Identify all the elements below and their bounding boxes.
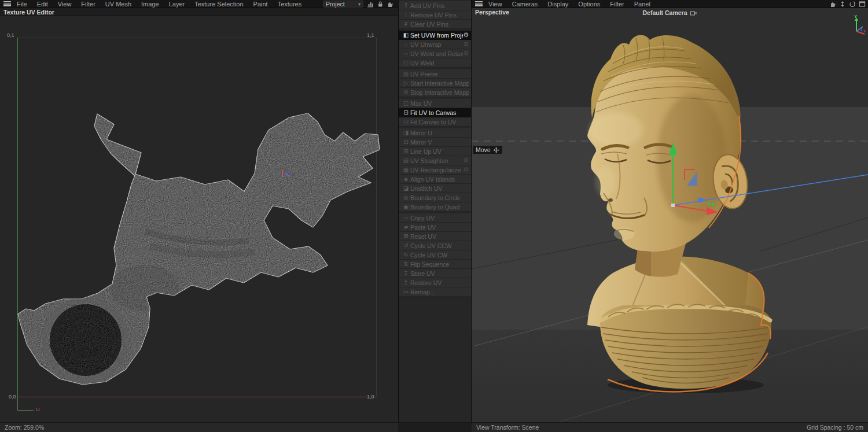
axis-z-label: z <box>860 27 863 31</box>
cmd-unstitch-uv[interactable]: ◪Unstitch UV <box>399 184 471 193</box>
menu-filter[interactable]: Filter <box>610 1 624 8</box>
gizmo-origin[interactable] <box>671 204 675 207</box>
settings-gear-icon[interactable]: ⚙ <box>463 50 469 57</box>
unstitch-icon: ◪ <box>402 185 410 191</box>
menu-cameras[interactable]: Cameras <box>512 1 538 8</box>
cmd-uv-weld[interactable]: ◫UV Weld <box>399 58 471 68</box>
menu-filter[interactable]: Filter <box>81 1 95 8</box>
cmd-copy-uv[interactable]: ▱Copy UV <box>399 213 471 223</box>
uv-command-list: ⊺Add UV Pins⊺Remove UV Pins✗Clear UV Pin… <box>399 0 471 297</box>
cmd-restore-uv[interactable]: ↥Restore UV <box>399 278 471 287</box>
uv-editor-title: Texture UV Editor <box>3 9 54 16</box>
menu-paint[interactable]: Paint <box>253 1 268 8</box>
pin-remove-icon: ⊺ <box>402 12 410 18</box>
viewport-toolbar-icons <box>829 1 866 8</box>
unwrap-icon: ⌂ <box>402 41 410 47</box>
menu-options[interactable]: Options <box>578 1 600 8</box>
settings-gear-icon[interactable]: ⚙ <box>463 157 469 164</box>
cmd-boundary-to-quad[interactable]: ▣Boundary to Quad <box>399 202 471 212</box>
active-tool-chip: Move <box>473 146 502 154</box>
cmd-label: Fit UV to Canvas <box>410 109 469 116</box>
settings-gear-icon[interactable]: ⚙ <box>463 31 469 39</box>
grid-line <box>761 217 868 251</box>
settings-gear-icon[interactable]: ⚙ <box>463 166 469 173</box>
cmd-flip-sequence[interactable]: ⇅Flip Sequence <box>399 260 471 269</box>
play-icon: ▷ <box>402 80 410 86</box>
cmd-label: Unstitch UV <box>410 185 469 192</box>
cmd-uv-weld-and-relax[interactable]: ∽UV Weld and Relax⚙ <box>399 49 471 58</box>
uv-editor-menus: FileEditViewFilterUV MeshImageLayerTextu… <box>17 1 311 8</box>
zoom-level: Zoom: 259.0% <box>5 424 44 431</box>
cmd-boundary-to-circle[interactable]: ◎Boundary to Circle <box>399 193 471 202</box>
cmd-start-interactive-mapping[interactable]: ▷Start Interactive Mapping <box>399 79 471 88</box>
menu-texture-selection[interactable]: Texture Selection <box>194 1 243 8</box>
cmd-uv-rectangularize[interactable]: ▦UV Rectangularize⚙ <box>399 165 471 175</box>
hand-icon[interactable] <box>829 1 836 8</box>
cmd-uv-straighten[interactable]: ▤UV Straighten⚙ <box>399 156 471 165</box>
menu-textures[interactable]: Textures <box>278 1 302 8</box>
cmd-clear-uv-pins[interactable]: ✗Clear UV Pins <box>399 20 471 29</box>
cmd-fit-canvas-to-uv[interactable]: ◳Fit Canvas to UV <box>399 117 471 127</box>
straighten-icon: ▤ <box>402 157 410 164</box>
hand-icon[interactable] <box>387 1 393 8</box>
menu-panel[interactable]: Panel <box>634 1 650 8</box>
cmd-label: Line Up UV <box>410 148 469 155</box>
cmd-align-uv-islands[interactable]: ◈Align UV Islands <box>399 175 471 184</box>
cmd-add-uv-pins[interactable]: ⊺Add UV Pins <box>399 1 471 10</box>
cmd-paste-uv[interactable]: ▰Paste UV <box>399 223 471 232</box>
menu-uv-mesh[interactable]: UV Mesh <box>105 1 131 8</box>
cmd-cycle-uv-ccw[interactable]: ↺Cycle UV CCW <box>399 241 471 250</box>
menu-layer[interactable]: Layer <box>169 1 185 8</box>
uv-command-group: ▱Copy UV▰Paste UV⊠Reset UV↺Cycle UV CCW↻… <box>399 213 471 297</box>
menu-edit[interactable]: Edit <box>37 1 48 8</box>
grid-spacing-label: Grid Spacing : 50 cm <box>807 424 863 431</box>
cmd-fit-uv-to-canvas[interactable]: ⊡Fit UV to Canvas <box>399 108 471 117</box>
mirror-v-icon: ⊟ <box>402 139 410 145</box>
cmd-cycle-uv-cw[interactable]: ↻Cycle UV CW <box>399 250 471 260</box>
menu-image[interactable]: Image <box>141 1 159 8</box>
axis-x-label: x <box>863 29 866 33</box>
cmd-line-up-uv[interactable]: ⊞Line Up UV <box>399 147 471 156</box>
bust-model[interactable] <box>587 35 771 393</box>
lock-icon[interactable] <box>377 1 384 8</box>
perspective-viewport[interactable]: Default Camera Move Y x z <box>472 8 868 422</box>
hamburger-menu-icon[interactable] <box>475 1 483 6</box>
cmd-uv-unwrap[interactable]: ⌂UV Unwrap⚙ <box>399 40 471 49</box>
uv-island-mesh[interactable] <box>0 16 398 422</box>
cmd-label: Cycle UV CCW <box>410 242 469 249</box>
uv-command-group: ▥UV Peeler▷Start Interactive Mapping⊘Sto… <box>399 69 471 97</box>
menu-display[interactable]: Display <box>547 1 568 8</box>
menu-view[interactable]: View <box>58 1 72 8</box>
menu-file[interactable]: File <box>17 1 27 8</box>
menu-view[interactable]: View <box>488 1 502 8</box>
cmd-uv-peeler[interactable]: ▥UV Peeler <box>399 69 471 79</box>
cmd-store-uv[interactable]: ↧Store UV <box>399 269 471 278</box>
perspective-label[interactable]: Perspective <box>475 9 509 16</box>
cmd-reset-uv[interactable]: ⊠Reset UV <box>399 232 471 241</box>
cmd-max-uv[interactable]: ◱Max UV <box>399 99 471 108</box>
cmd-remap[interactable]: ↦Remap... <box>399 287 471 297</box>
boundary-circle-icon: ◎ <box>402 194 410 201</box>
uv-canvas[interactable]: 0,1 1,1 0,0 1,0 U <box>0 16 398 422</box>
stop-icon: ⊘ <box>402 89 410 95</box>
cmd-mirror-u[interactable]: ◨Mirror U <box>399 128 471 138</box>
settings-gear-icon[interactable]: ⚙ <box>463 40 469 48</box>
cmd-label: Stop Interactive Mapping <box>410 89 469 96</box>
hamburger-menu-icon[interactable] <box>3 1 11 6</box>
orientation-axis-gizmo[interactable]: Y x z <box>849 13 867 37</box>
cmd-set-uvw-from-projection[interactable]: ◧Set UVW from Projection⚙ <box>399 31 471 40</box>
cmd-label: Paste UV <box>410 224 469 231</box>
mid-statusbar <box>398 422 472 432</box>
cmd-label: Remap... <box>410 289 469 296</box>
projection-icon: ◧ <box>402 32 410 38</box>
cmd-stop-interactive-mapping[interactable]: ⊘Stop Interactive Mapping <box>399 88 471 97</box>
project-select[interactable]: Project ▾ <box>323 1 363 8</box>
maximize-icon[interactable] <box>859 1 866 8</box>
orbit-icon[interactable] <box>849 1 856 8</box>
zoom-vertical-icon[interactable] <box>839 1 846 8</box>
copy-icon: ▱ <box>402 215 410 221</box>
cmd-mirror-v[interactable]: ⊟Mirror V <box>399 138 471 147</box>
histogram-icon[interactable] <box>367 1 374 8</box>
cmd-remove-uv-pins[interactable]: ⊺Remove UV Pins <box>399 10 471 20</box>
weld-icon: ◫ <box>402 60 410 66</box>
